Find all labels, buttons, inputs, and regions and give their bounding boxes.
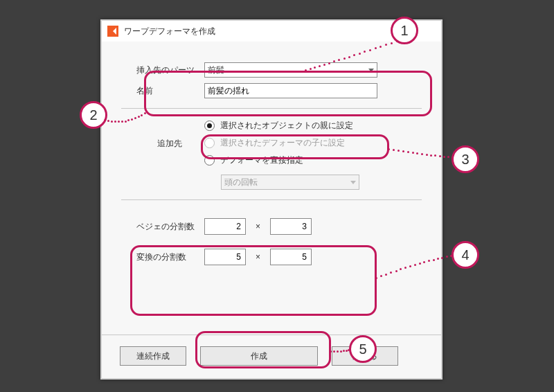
row-insert-target: 挿入先のパーツ 前髪 xyxy=(121,62,422,78)
divider xyxy=(121,199,422,200)
conv-y-input[interactable] xyxy=(270,249,312,265)
radio-direct[interactable]: デフォーマを直接指定 xyxy=(204,152,422,169)
direct-deformer-select: 頭の回転 xyxy=(221,175,359,190)
callout-1: 1 xyxy=(391,17,418,44)
insert-target-label: 挿入先のパーツ xyxy=(121,64,204,76)
grid-block: ベジェの分割数 × 変換の分割数 × xyxy=(121,208,422,275)
chevron-down-icon xyxy=(368,69,374,72)
callout-5: 5 xyxy=(349,335,377,363)
times-symbol: × xyxy=(246,222,270,231)
row-bezier: ベジェの分割数 × xyxy=(121,211,422,242)
times-symbol: × xyxy=(246,252,270,262)
callout-4: 4 xyxy=(452,241,479,269)
conv-label: 変換の分割数 xyxy=(121,251,204,263)
chevron-down-icon xyxy=(350,181,356,184)
name-input[interactable] xyxy=(204,83,377,98)
insert-target-select[interactable]: 前髪 xyxy=(204,62,377,78)
create-warp-deformer-dialog: ワープデフォーマを作成 挿入先のパーツ 前髪 名前 追加先 選択されたオブジェク… xyxy=(100,19,443,380)
radio-parent[interactable]: 選択されたオブジェクトの親に設定 xyxy=(204,117,422,134)
insert-target-value: 前髪 xyxy=(208,64,368,76)
app-icon xyxy=(107,26,118,37)
radio-icon xyxy=(204,155,215,166)
divider xyxy=(121,108,422,109)
row-conv: 変換の分割数 × xyxy=(121,242,422,272)
direct-deformer-value: 頭の回転 xyxy=(224,177,350,188)
continuous-create-button[interactable]: 連続作成 xyxy=(120,346,186,366)
radio-icon xyxy=(204,138,215,148)
bezier-x-input[interactable] xyxy=(204,218,246,235)
destination-label: 追加先 xyxy=(157,138,182,150)
bezier-y-input[interactable] xyxy=(270,218,312,235)
radio-child[interactable]: 選択されたデフォーマの子に設定 xyxy=(204,134,422,152)
dialog-title: ワープデフォーマを作成 xyxy=(124,26,215,37)
row-name: 名前 xyxy=(121,83,422,98)
button-bar: 連続作成 作成 閉じる xyxy=(102,335,441,366)
bezier-label: ベジェの分割数 xyxy=(121,221,204,233)
conv-x-input[interactable] xyxy=(204,249,246,265)
radio-parent-label: 選択されたオブジェクトの親に設定 xyxy=(220,120,353,132)
radio-child-label: 選択されたデフォーマの子に設定 xyxy=(220,137,345,149)
callout-3: 3 xyxy=(452,145,479,173)
callout-2: 2 xyxy=(80,101,107,129)
create-button[interactable]: 作成 xyxy=(200,346,318,366)
radio-direct-label: デフォーマを直接指定 xyxy=(220,154,303,166)
name-label: 名前 xyxy=(121,85,204,97)
radio-icon xyxy=(204,121,215,131)
destination-block: 追加先 選択されたオブジェクトの親に設定 選択されたデフォーマの子に設定 デフォ… xyxy=(121,117,422,190)
